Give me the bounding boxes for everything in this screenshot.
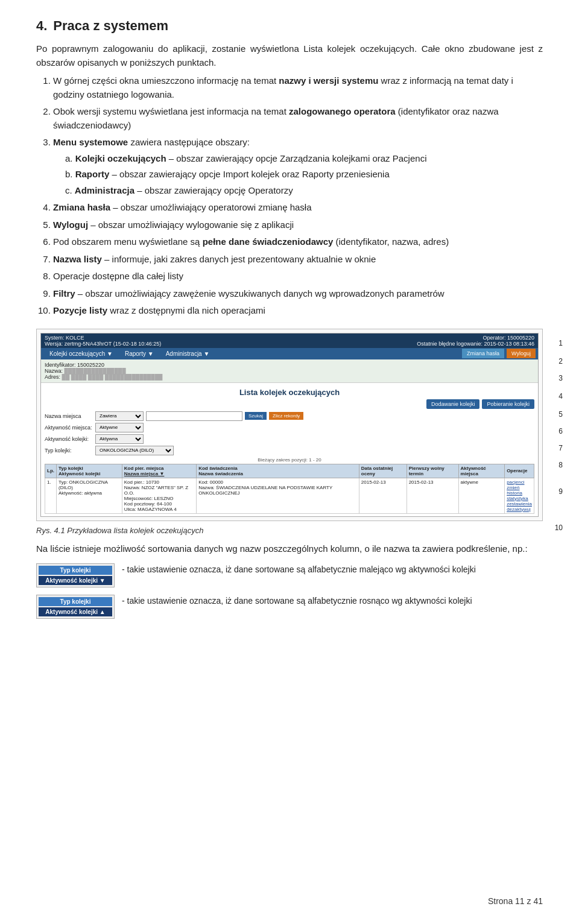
info-name: Nazwa: ████████████████ xyxy=(45,368,534,374)
chapter-title: Praca z systemem xyxy=(53,18,168,34)
btn-zmiana-hasla[interactable]: Zmiana hasła xyxy=(462,349,504,358)
sort-box-2: Typ kolejki Aktywność kolejki ▲ xyxy=(36,595,115,619)
sort-desc-1: - takie ustawienie oznacza, iż dane sort… xyxy=(122,563,543,576)
nav-kolejki[interactable]: Kolejki oczekujących ▼ xyxy=(43,348,119,359)
sub-item-3a: a. Kolejki oczekujących – obszar zawiera… xyxy=(65,152,543,166)
page-number: Strona 11 z 41 xyxy=(488,896,543,906)
filter-row-2: Aktywność miejsca: Aktywne xyxy=(45,423,534,432)
filter-aktywnosc-miejsca[interactable]: Aktywne xyxy=(95,423,144,432)
link-historia[interactable]: historia xyxy=(507,490,522,496)
th-data-oceny: Data ostatniej oceny xyxy=(359,464,407,478)
th-operacje: Operacje xyxy=(505,464,534,478)
td-aktywnosc: aktywne xyxy=(458,478,505,513)
chapter-number: 4. xyxy=(36,18,47,34)
sub-item-3b: b. Raporty – obszar zawierający opcje Im… xyxy=(65,168,543,182)
list-item-10: Pozycje listy wraz z dostępnymi dla nich… xyxy=(53,304,543,318)
ann-8: 8 xyxy=(555,457,564,473)
th-lp: Lp. xyxy=(45,464,57,478)
app-topbar: System: KOLCE Wersja: zertmg-5NA43hrOT (… xyxy=(41,334,538,348)
ann-2: 2 xyxy=(555,353,564,370)
link-statystyka[interactable]: statystyka xyxy=(507,496,528,501)
filter-contains[interactable]: Zawiera xyxy=(95,411,144,421)
info-id: Identyfikator: 150025220 xyxy=(45,362,534,368)
filter-aktywnosc-kolejki[interactable]: Aktywna xyxy=(95,434,144,444)
td-lp: 1. xyxy=(45,478,57,513)
btn-szukaj[interactable]: Szukaj xyxy=(245,412,267,420)
td-miejsce: Kod pier.: 10730 Nazwa: NZOZ "ARTES" SP.… xyxy=(122,478,196,513)
ann-7: 7 xyxy=(555,440,564,457)
main-list: W górnej części okna umieszczono informa… xyxy=(53,74,543,318)
topbar-right: Operator: 150005220 Ostatnie błędne logo… xyxy=(417,335,534,347)
td-swiadczenie: Kod: 00000 Nazwa: ŚWIADCZENIA UDZIELANE … xyxy=(197,478,359,513)
link-zmien[interactable]: zmień xyxy=(507,485,519,490)
version-info: Wersja: zertmg-5NA43hrOT (15-02-18 10:46… xyxy=(45,341,161,347)
info-address: Adres: ██ ████ ████ ███████████████ xyxy=(45,374,534,380)
th-kod-swiadczenia: Kod świadczeniaNazwa świadczenia xyxy=(197,464,359,478)
td-operacje: pacjenci zmień historia statystyka zesta… xyxy=(505,478,534,513)
list-item-5: Wyloguj – obszar umożliwiający wylogowan… xyxy=(53,218,543,232)
ann-1: 1 xyxy=(555,334,564,353)
ann-4: 4 xyxy=(555,387,564,406)
th-nazwa-miejsca-sortable[interactable]: Nazwa miejsca ▼ xyxy=(124,471,165,476)
nav-raporty[interactable]: Raporty ▼ xyxy=(119,348,160,359)
filter-row-4: Typ kolejki: ONKOLOGICZNA (DILO) xyxy=(45,446,534,455)
system-name: System: KOLCE xyxy=(45,335,161,341)
annotation-numbers: 1 2 3 4 5 6 7 8 9 10 xyxy=(555,329,564,546)
pagination-info: Bieżący zakres pozycji: 1 - 20 xyxy=(45,457,534,463)
nav-administracja[interactable]: Administracja ▼ xyxy=(160,348,216,359)
ann-6: 6 xyxy=(555,423,564,440)
topbar-left: System: KOLCE Wersja: zertmg-5NA43hrOT (… xyxy=(45,335,161,347)
sort-desc-2: - takie ustawienie oznacza, iż dane sort… xyxy=(122,595,543,607)
sort-box-1-line2: Aktywność kolejki ▼ xyxy=(39,576,112,585)
sort-example-2-container: Typ kolejki Aktywność kolejki ▲ - takie … xyxy=(36,595,543,619)
info-panel: Identyfikator: 150025220 Nazwa: ████████… xyxy=(41,359,538,383)
data-table: Lp. Typ kolejkiAktywność kolejki Kod pie… xyxy=(45,464,534,514)
sub-item-3c: c. Administracja – obszar zawierający op… xyxy=(65,184,543,198)
filter-text-input[interactable] xyxy=(146,411,242,421)
list-item-9: Filtry – obszar umożliwiający zawężenie … xyxy=(53,287,543,301)
nav-right-buttons: Zmiana hasła Wyloguj xyxy=(462,349,536,358)
sort-box-1-line1: Typ kolejki xyxy=(39,566,112,575)
list-item-6: Pod obszarem menu wyświetlane są pełne d… xyxy=(53,235,543,249)
btn-pobieranie-kolejki[interactable]: Pobieranie kolejki xyxy=(482,399,534,409)
app-screenshot-figure: System: KOLCE Wersja: zertmg-5NA43hrOT (… xyxy=(36,329,543,521)
list-title: Lista kolejek oczekujących xyxy=(45,388,534,397)
ann-10: 10 xyxy=(555,510,564,546)
app-content: Lista kolejek oczekujących Dodawanie kol… xyxy=(41,383,538,516)
filter-typ-kolejki[interactable]: ONKOLOGICZNA (DILO) xyxy=(95,446,174,455)
after-figure-text: Na liście istnieje możliwość sortowania … xyxy=(36,542,543,556)
td-data-oceny: 2015-02-13 xyxy=(359,478,407,513)
link-zestawienia[interactable]: zestawienia xyxy=(507,501,532,507)
list-item-8: Operacje dostępne dla całej listy xyxy=(53,270,543,283)
filter-row-1: Nazwa miejsca Zawiera Szukaj Zlicz rekor… xyxy=(45,411,534,421)
filter-aktywnosc-kolejki-label: Aktywność kolejki: xyxy=(45,436,93,442)
ann-5: 5 xyxy=(555,406,564,423)
list-item-1: W górnej części okna umieszczono informa… xyxy=(53,74,543,101)
action-buttons: Dodawanie kolejki Pobieranie kolejki xyxy=(45,399,534,409)
figure-wrapper: 1 2 3 4 5 6 7 8 9 10 System: KOLCE Wersj… xyxy=(36,329,543,537)
filter-aktywnosc-miejsca-label: Aktywność miejsca: xyxy=(45,425,93,431)
link-pacjenci[interactable]: pacjenci xyxy=(507,479,524,485)
intro-paragraph: Po poprawnym zalogowaniu do aplikacji, z… xyxy=(36,42,543,69)
td-termin: 2015-02-13 xyxy=(407,478,458,513)
th-typ-kolejki: Typ kolejkiAktywność kolejki xyxy=(57,464,122,478)
operator-info: Operator: 150005220 xyxy=(417,335,534,341)
sort-box-2-line1: Typ kolejki xyxy=(39,597,112,606)
btn-dodawanie-kolejki[interactable]: Dodawanie kolejki xyxy=(426,399,480,409)
list-item-4: Zmiana hasła – obszar umożliwiający oper… xyxy=(53,201,543,215)
btn-wyloguj[interactable]: Wyloguj xyxy=(507,349,536,358)
list-item-3: Menu systemowe zawiera następujące obsza… xyxy=(53,136,543,197)
th-aktywnosc: Aktywność miejsca xyxy=(458,464,505,478)
th-kod-miejsca: Kod pier. miejscaNazwa miejsca ▼ xyxy=(122,464,196,478)
filter-label-1: Nazwa miejsca xyxy=(45,413,93,419)
link-dezaktywuj[interactable]: dezaktywuj xyxy=(507,507,531,512)
th-pierwszy-wolny: Pierwszy wolny termin xyxy=(407,464,458,478)
table-row: 1. Typ: ONKOLOGICZNA (DILO)Aktywność: ak… xyxy=(45,478,534,513)
filter-row-3: Aktywność kolejki: Aktywna xyxy=(45,434,534,444)
sort-example-1-container: Typ kolejki Aktywność kolejki ▼ - takie … xyxy=(36,563,543,587)
sort-box-2-line2: Aktywność kolejki ▲ xyxy=(39,607,112,616)
btn-zlicz[interactable]: Zlicz rekordy xyxy=(269,412,303,420)
list-item-2: Obok wersji systemu wyświetlana jest inf… xyxy=(53,105,543,132)
ann-9: 9 xyxy=(555,473,564,510)
list-item-7: Nazwa listy – informuje, jaki zakres dan… xyxy=(53,253,543,267)
